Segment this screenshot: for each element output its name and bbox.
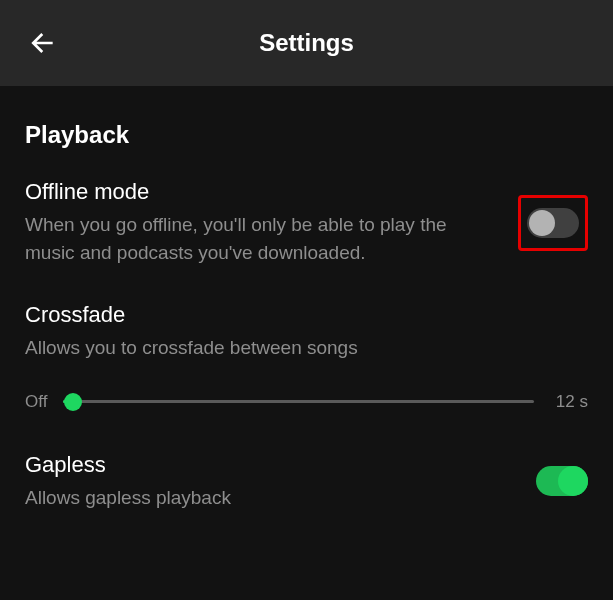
back-arrow-icon bbox=[26, 27, 58, 59]
setting-text-offline-mode: Offline mode When you go offline, you'll… bbox=[25, 179, 518, 266]
crossfade-label-off: Off bbox=[25, 392, 47, 412]
offline-mode-description: When you go offline, you'll only be able… bbox=[25, 211, 498, 266]
toggle-knob bbox=[529, 210, 555, 236]
crossfade-title: Crossfade bbox=[25, 302, 588, 328]
setting-text-gapless: Gapless Allows gapless playback bbox=[25, 452, 536, 512]
offline-mode-title: Offline mode bbox=[25, 179, 498, 205]
gapless-title: Gapless bbox=[25, 452, 516, 478]
setting-row-crossfade: Crossfade Allows you to crossfade betwee… bbox=[25, 302, 588, 412]
crossfade-label-max: 12 s bbox=[556, 392, 588, 412]
section-title-playback: Playback bbox=[25, 121, 588, 149]
slider-thumb[interactable] bbox=[64, 393, 82, 411]
setting-text-crossfade: Crossfade Allows you to crossfade betwee… bbox=[25, 302, 588, 362]
toggle-knob bbox=[558, 466, 588, 496]
page-title: Settings bbox=[0, 29, 613, 57]
gapless-toggle[interactable] bbox=[536, 466, 588, 496]
highlight-box bbox=[518, 195, 588, 251]
gapless-description: Allows gapless playback bbox=[25, 484, 516, 512]
crossfade-slider-row: Off 12 s bbox=[25, 392, 588, 412]
offline-mode-toggle[interactable] bbox=[527, 208, 579, 238]
crossfade-slider[interactable] bbox=[63, 400, 533, 403]
header: Settings bbox=[0, 0, 613, 86]
crossfade-description: Allows you to crossfade between songs bbox=[25, 334, 588, 362]
back-button[interactable] bbox=[22, 23, 62, 63]
setting-row-gapless: Gapless Allows gapless playback bbox=[25, 452, 588, 512]
setting-row-offline-mode: Offline mode When you go offline, you'll… bbox=[25, 179, 588, 266]
settings-content: Playback Offline mode When you go offlin… bbox=[0, 121, 613, 511]
